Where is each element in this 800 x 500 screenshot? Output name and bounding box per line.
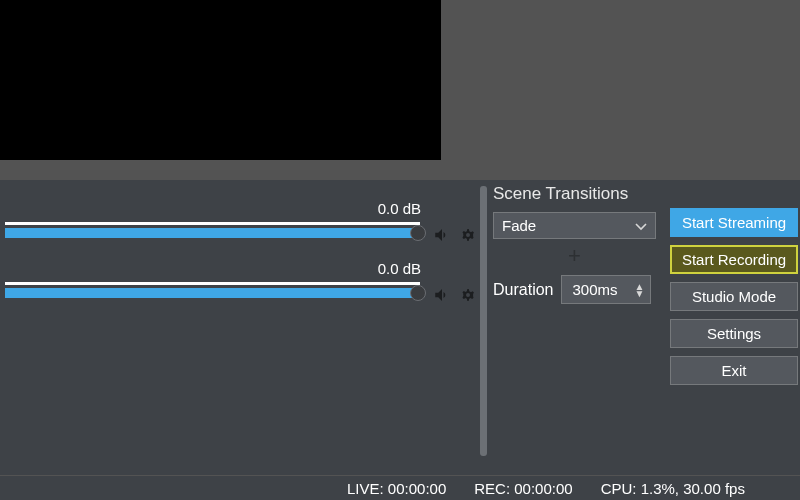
audio-channel: 0.0 dB [5, 206, 473, 254]
volume-icon[interactable] [433, 286, 451, 304]
meter-track [5, 222, 420, 225]
transition-select[interactable]: Fade [493, 212, 656, 239]
scene-transitions-title: Scene Transitions [493, 184, 663, 204]
plus-icon: + [568, 243, 581, 268]
gear-icon[interactable] [459, 226, 477, 244]
volume-knob[interactable] [410, 285, 426, 301]
db-readout: 0.0 dB [378, 200, 421, 217]
chevron-down-icon [635, 217, 647, 234]
top-area [0, 0, 800, 175]
volume-fill [5, 288, 418, 298]
db-readout: 0.0 dB [378, 260, 421, 277]
volume-knob[interactable] [410, 225, 426, 241]
settings-button[interactable]: Settings [670, 319, 798, 348]
duration-value: 300ms [572, 281, 617, 298]
preview-canvas[interactable] [0, 0, 441, 160]
duration-label: Duration [493, 281, 553, 299]
mixer-scrollbar[interactable] [480, 186, 487, 456]
volume-fill [5, 228, 418, 238]
start-recording-button[interactable]: Start Recording [670, 245, 798, 274]
status-live: LIVE: 00:00:00 [333, 480, 460, 497]
transition-selected: Fade [502, 217, 536, 234]
gear-icon[interactable] [459, 286, 477, 304]
control-buttons: Start Streaming Start Recording Studio M… [670, 208, 798, 385]
start-streaming-button[interactable]: Start Streaming [670, 208, 798, 237]
status-cpu: CPU: 1.3%, 30.00 fps [587, 480, 759, 497]
add-transition-button[interactable]: + [493, 249, 656, 263]
spinner-arrows-icon[interactable]: ▲▼ [635, 283, 645, 297]
volume-icon[interactable] [433, 226, 451, 244]
audio-channel: 0.0 dB [5, 266, 473, 314]
studio-mode-button[interactable]: Studio Mode [670, 282, 798, 311]
status-bar: LIVE: 00:00:00 REC: 00:00:00 CPU: 1.3%, … [0, 476, 800, 500]
status-rec: REC: 00:00:00 [460, 480, 586, 497]
meter-track [5, 282, 420, 285]
audio-mixer: 0.0 dB 0.0 dB [0, 206, 483, 466]
duration-spinner[interactable]: 300ms ▲▼ [561, 275, 651, 304]
exit-button[interactable]: Exit [670, 356, 798, 385]
scene-transitions-panel: Scene Transitions Fade + Duration 300ms … [493, 184, 663, 304]
